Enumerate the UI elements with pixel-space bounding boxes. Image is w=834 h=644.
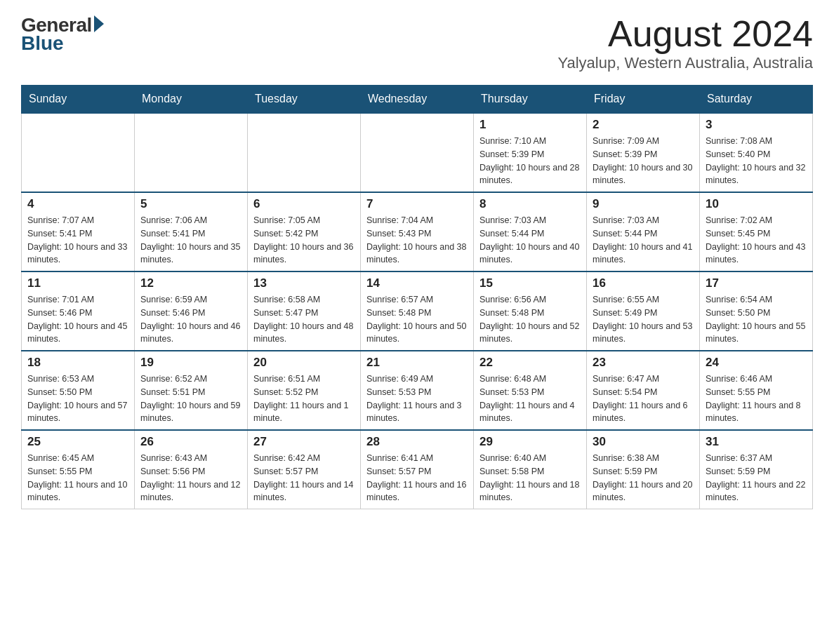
calendar-week-row: 4Sunrise: 7:07 AMSunset: 5:41 PMDaylight… [22,192,813,271]
day-info: Sunrise: 7:03 AMSunset: 5:44 PMDaylight:… [479,214,581,267]
calendar-cell: 31Sunrise: 6:37 AMSunset: 5:59 PMDayligh… [700,430,813,509]
day-number: 11 [27,276,128,290]
calendar-cell [248,113,361,192]
calendar-cell: 8Sunrise: 7:03 AMSunset: 5:44 PMDaylight… [474,192,587,271]
day-info: Sunrise: 6:42 AMSunset: 5:57 PMDaylight:… [253,452,355,504]
calendar-cell [22,113,135,192]
day-info: Sunrise: 7:01 AMSunset: 5:46 PMDaylight:… [27,293,128,346]
day-number: 28 [366,435,468,449]
day-number: 1 [479,118,581,132]
calendar-cell: 29Sunrise: 6:40 AMSunset: 5:58 PMDayligh… [474,430,587,509]
calendar-header-friday: Friday [587,86,700,114]
day-number: 17 [706,276,807,290]
day-number: 27 [253,435,355,449]
calendar-cell: 12Sunrise: 6:59 AMSunset: 5:46 PMDayligh… [135,271,248,351]
calendar-header-saturday: Saturday [700,86,813,114]
day-info: Sunrise: 6:40 AMSunset: 5:58 PMDaylight:… [479,452,581,504]
day-number: 12 [140,276,241,290]
day-info: Sunrise: 7:05 AMSunset: 5:42 PMDaylight:… [253,214,355,267]
day-number: 4 [27,197,128,211]
day-number: 22 [479,356,581,370]
day-info: Sunrise: 7:02 AMSunset: 5:45 PMDaylight:… [706,214,807,267]
day-info: Sunrise: 7:10 AMSunset: 5:39 PMDaylight:… [479,135,581,187]
day-number: 10 [706,197,807,211]
calendar-week-row: 25Sunrise: 6:45 AMSunset: 5:55 PMDayligh… [22,430,813,509]
calendar-cell: 5Sunrise: 7:06 AMSunset: 5:41 PMDaylight… [135,192,248,271]
month-title: August 2024 [557,14,813,54]
day-number: 31 [706,435,807,449]
day-info: Sunrise: 6:52 AMSunset: 5:51 PMDaylight:… [140,373,241,425]
calendar-cell: 3Sunrise: 7:08 AMSunset: 5:40 PMDaylight… [700,113,813,192]
day-number: 2 [593,118,694,132]
day-info: Sunrise: 7:06 AMSunset: 5:41 PMDaylight:… [140,214,241,267]
calendar-cell: 27Sunrise: 6:42 AMSunset: 5:57 PMDayligh… [248,430,361,509]
day-number: 18 [27,356,128,370]
day-info: Sunrise: 6:37 AMSunset: 5:59 PMDaylight:… [706,452,807,504]
calendar-cell: 7Sunrise: 7:04 AMSunset: 5:43 PMDaylight… [361,192,474,271]
title-block: August 2024 Yalyalup, Western Australia,… [557,14,813,72]
day-number: 23 [593,356,694,370]
calendar-cell: 14Sunrise: 6:57 AMSunset: 5:48 PMDayligh… [361,271,474,351]
page-header: General Blue August 2024 Yalyalup, Weste… [21,14,813,72]
calendar-header-sunday: Sunday [22,86,135,114]
calendar-header-wednesday: Wednesday [361,86,474,114]
calendar-cell: 15Sunrise: 6:56 AMSunset: 5:48 PMDayligh… [474,271,587,351]
day-info: Sunrise: 6:53 AMSunset: 5:50 PMDaylight:… [27,373,128,425]
calendar-table: SundayMondayTuesdayWednesdayThursdayFrid… [21,85,813,509]
day-number: 20 [253,356,355,370]
calendar-header-thursday: Thursday [474,86,587,114]
location-title: Yalyalup, Western Australia, Australia [557,54,813,72]
calendar-cell: 2Sunrise: 7:09 AMSunset: 5:39 PMDaylight… [587,113,700,192]
calendar-cell: 25Sunrise: 6:45 AMSunset: 5:55 PMDayligh… [22,430,135,509]
day-number: 13 [253,276,355,290]
day-info: Sunrise: 6:54 AMSunset: 5:50 PMDaylight:… [706,293,807,346]
day-number: 3 [706,118,807,132]
day-info: Sunrise: 6:55 AMSunset: 5:49 PMDaylight:… [593,293,694,346]
day-number: 26 [140,435,241,449]
calendar-cell: 26Sunrise: 6:43 AMSunset: 5:56 PMDayligh… [135,430,248,509]
day-info: Sunrise: 6:47 AMSunset: 5:54 PMDaylight:… [593,373,694,425]
day-info: Sunrise: 7:03 AMSunset: 5:44 PMDaylight:… [593,214,694,267]
calendar-cell: 20Sunrise: 6:51 AMSunset: 5:52 PMDayligh… [248,351,361,430]
calendar-header-monday: Monday [135,86,248,114]
calendar-cell [361,113,474,192]
day-number: 7 [366,197,468,211]
day-number: 16 [593,276,694,290]
day-number: 6 [253,197,355,211]
day-info: Sunrise: 7:08 AMSunset: 5:40 PMDaylight:… [706,135,807,187]
calendar-week-row: 11Sunrise: 7:01 AMSunset: 5:46 PMDayligh… [22,271,813,351]
calendar-cell: 18Sunrise: 6:53 AMSunset: 5:50 PMDayligh… [22,351,135,430]
day-number: 8 [479,197,581,211]
day-info: Sunrise: 6:51 AMSunset: 5:52 PMDaylight:… [253,373,355,425]
calendar-header-tuesday: Tuesday [248,86,361,114]
day-info: Sunrise: 6:43 AMSunset: 5:56 PMDaylight:… [140,452,241,504]
day-number: 29 [479,435,581,449]
day-info: Sunrise: 7:04 AMSunset: 5:43 PMDaylight:… [366,214,468,267]
day-number: 30 [593,435,694,449]
day-number: 5 [140,197,241,211]
logo-arrow-icon [94,15,104,32]
day-number: 9 [593,197,694,211]
day-number: 21 [366,356,468,370]
calendar-header-row: SundayMondayTuesdayWednesdayThursdayFrid… [22,86,813,114]
calendar-week-row: 18Sunrise: 6:53 AMSunset: 5:50 PMDayligh… [22,351,813,430]
day-info: Sunrise: 6:49 AMSunset: 5:53 PMDaylight:… [366,373,468,425]
calendar-cell: 19Sunrise: 6:52 AMSunset: 5:51 PMDayligh… [135,351,248,430]
day-info: Sunrise: 7:09 AMSunset: 5:39 PMDaylight:… [593,135,694,187]
calendar-cell: 21Sunrise: 6:49 AMSunset: 5:53 PMDayligh… [361,351,474,430]
calendar-cell: 16Sunrise: 6:55 AMSunset: 5:49 PMDayligh… [587,271,700,351]
day-number: 24 [706,356,807,370]
calendar-cell: 1Sunrise: 7:10 AMSunset: 5:39 PMDaylight… [474,113,587,192]
calendar-cell: 9Sunrise: 7:03 AMSunset: 5:44 PMDaylight… [587,192,700,271]
day-info: Sunrise: 6:48 AMSunset: 5:53 PMDaylight:… [479,373,581,425]
calendar-cell: 17Sunrise: 6:54 AMSunset: 5:50 PMDayligh… [700,271,813,351]
day-number: 14 [366,276,468,290]
calendar-cell: 30Sunrise: 6:38 AMSunset: 5:59 PMDayligh… [587,430,700,509]
day-number: 19 [140,356,241,370]
calendar-cell: 13Sunrise: 6:58 AMSunset: 5:47 PMDayligh… [248,271,361,351]
calendar-cell: 11Sunrise: 7:01 AMSunset: 5:46 PMDayligh… [22,271,135,351]
day-info: Sunrise: 6:59 AMSunset: 5:46 PMDaylight:… [140,293,241,346]
calendar-cell: 24Sunrise: 6:46 AMSunset: 5:55 PMDayligh… [700,351,813,430]
day-info: Sunrise: 7:07 AMSunset: 5:41 PMDaylight:… [27,214,128,267]
calendar-cell [135,113,248,192]
